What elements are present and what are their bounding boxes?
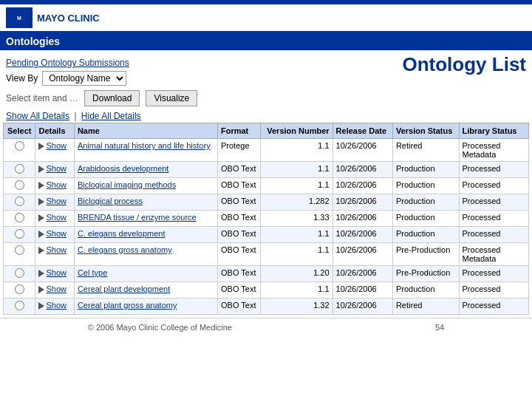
version-cell: 1.33 xyxy=(260,211,332,227)
logo-icon: M xyxy=(6,7,33,28)
ontology-name-link[interactable]: BRENDA tissue / enzyme source xyxy=(78,213,197,222)
library-status-cell: Processed xyxy=(459,282,528,299)
library-status-cell: Processed xyxy=(459,299,528,315)
show-details-link[interactable]: Show xyxy=(46,213,66,222)
ontology-name-link[interactable]: Cel type xyxy=(78,268,107,277)
show-details-link[interactable]: Show xyxy=(46,141,66,150)
version-status-cell: Retired xyxy=(392,299,459,315)
toolbar: Select item and … Download Visualize xyxy=(0,87,532,109)
expand-icon xyxy=(38,247,44,254)
version-status-cell: Pre-Production xyxy=(392,266,459,282)
show-details-link[interactable]: Show xyxy=(46,284,66,293)
download-button[interactable]: Download xyxy=(84,90,140,106)
version-status-cell: Production xyxy=(392,227,459,243)
table-row: ShowArabidoosis developmentOBO Text1.110… xyxy=(4,162,529,178)
ontology-name-link[interactable]: Cereal plant development xyxy=(78,284,170,293)
table-row: ShowC. elegans developmentOBO Text1.110/… xyxy=(4,227,529,243)
footer: © 2006 Mayo Clinic College of Medicine 5… xyxy=(0,318,532,336)
row-select-radio[interactable] xyxy=(15,229,24,239)
visualize-button[interactable]: Visualize xyxy=(146,90,197,106)
show-details-link[interactable]: Show xyxy=(46,245,66,254)
ontology-name-link[interactable]: Arabidoosis development xyxy=(78,164,169,173)
hide-all-details-link[interactable]: Hide All Details xyxy=(81,111,141,121)
release-date-cell: 10/26/2006 xyxy=(332,211,392,227)
table-row: ShowC. elegans gross anatomyOBO Text1.11… xyxy=(4,243,529,266)
row-select-radio[interactable] xyxy=(15,213,24,222)
expand-icon xyxy=(38,198,44,205)
format-cell: OBO Text xyxy=(217,266,260,282)
row-select-radio[interactable] xyxy=(15,164,24,174)
details-separator: | xyxy=(74,111,76,121)
table-row: ShowCel typeOBO Text1.2010/26/2006Pre-Pr… xyxy=(4,266,529,282)
row-select-radio[interactable] xyxy=(15,301,24,310)
footer-page-num: 54 xyxy=(435,323,444,332)
show-details-link[interactable]: Show xyxy=(46,180,66,189)
release-date-cell: 10/26/2006 xyxy=(332,227,392,243)
row-select-radio[interactable] xyxy=(15,197,24,206)
table-row: ShowCereal plant developmentOBO Text1.11… xyxy=(4,282,529,299)
col-header-select: Select xyxy=(4,123,35,139)
show-all-details-link[interactable]: Show All Details xyxy=(6,111,69,121)
ontology-name-link[interactable]: C. elegans development xyxy=(78,229,166,238)
details-bar: Show All Details | Hide All Details xyxy=(0,109,532,123)
show-details-link[interactable]: Show xyxy=(46,164,66,173)
table-row: ShowCereal plant gross anatomyOBO Text1.… xyxy=(4,299,529,315)
ontology-name-link[interactable]: Cereal plant gross anatomy xyxy=(78,301,177,310)
library-status-cell: Processed xyxy=(459,211,528,227)
view-by-select[interactable]: Ontology Name xyxy=(42,71,126,86)
show-details-link[interactable]: Show xyxy=(46,229,66,238)
table-row: ShowBiclogical processOBO Text1.28210/26… xyxy=(4,194,529,211)
release-date-cell: 10/26/2006 xyxy=(332,299,392,315)
row-select-radio[interactable] xyxy=(15,245,24,255)
footer-text: © 2006 Mayo Clinic College of Medicine xyxy=(88,323,232,332)
expand-icon xyxy=(38,286,44,293)
format-cell: OBO Text xyxy=(217,299,260,315)
row-select-radio[interactable] xyxy=(15,180,24,190)
version-status-cell: Production xyxy=(392,178,459,194)
version-status-cell: Production xyxy=(392,282,459,299)
col-header-vstatus: Version Status xyxy=(392,123,459,139)
format-cell: OBO Text xyxy=(217,227,260,243)
ontology-name-link[interactable]: C. elegans gross anatomy xyxy=(78,245,172,254)
ontology-name-link[interactable]: Biclogical process xyxy=(78,197,143,205)
expand-icon xyxy=(38,143,44,150)
version-cell: 1.1 xyxy=(260,282,332,299)
version-cell: 1.32 xyxy=(260,299,332,315)
row-select-radio[interactable] xyxy=(15,284,24,294)
header: M MAYO CLINIC xyxy=(0,4,532,33)
library-status-cell: Processed Metadata xyxy=(459,243,528,266)
logo-area: M MAYO CLINIC xyxy=(6,7,100,28)
pending-ontology-link[interactable]: Pending Ontology Submissions xyxy=(6,58,129,68)
ontology-name-link[interactable]: Animal natural history and life history xyxy=(78,141,211,150)
ontology-name-link[interactable]: Biclogical imaging methods xyxy=(78,180,176,189)
release-date-cell: 10/26/2006 xyxy=(332,194,392,211)
expand-icon xyxy=(38,302,44,310)
show-details-link[interactable]: Show xyxy=(46,268,66,277)
logo-text: MAYO CLINIC xyxy=(37,13,100,24)
app-title-bar: Ontologies xyxy=(0,33,532,50)
release-date-cell: 10/26/2006 xyxy=(332,243,392,266)
library-status-cell: Processed xyxy=(459,227,528,243)
col-header-release: Release Date xyxy=(332,123,392,139)
release-date-cell: 10/26/2006 xyxy=(332,178,392,194)
select-action-label: Select item and … xyxy=(6,93,78,103)
table-header-row: Select Details Name Format Version Numbe… xyxy=(4,123,529,139)
view-by-label: View By xyxy=(6,73,38,83)
row-select-radio[interactable] xyxy=(15,141,24,151)
expand-icon xyxy=(38,166,44,173)
format-cell: OBO Text xyxy=(217,211,260,227)
expand-icon xyxy=(38,214,44,222)
table-row: ShowBiclogical imaging methodsOBO Text1.… xyxy=(4,178,529,194)
show-details-link[interactable]: Show xyxy=(46,301,66,310)
version-cell: 1.282 xyxy=(260,194,332,211)
expand-icon xyxy=(38,231,44,238)
version-cell: 1.1 xyxy=(260,139,332,162)
ontology-table: Select Details Name Format Version Numbe… xyxy=(3,123,529,315)
format-cell: OBO Text xyxy=(217,178,260,194)
col-header-format: Format xyxy=(217,123,260,139)
version-cell: 1.20 xyxy=(260,266,332,282)
show-details-link[interactable]: Show xyxy=(46,197,66,205)
table-wrapper: Select Details Name Format Version Numbe… xyxy=(0,123,532,315)
row-select-radio[interactable] xyxy=(15,268,24,278)
version-status-cell: Pre-Production xyxy=(392,243,459,266)
